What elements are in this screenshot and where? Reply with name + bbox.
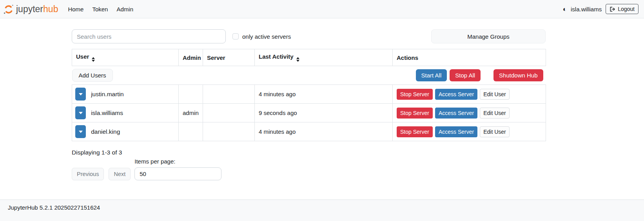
access-server-button[interactable]: Access Server: [435, 108, 477, 119]
last-activity-cell: 9 seconds ago: [255, 104, 393, 122]
jupyterhub-logo[interactable]: jupyterhub: [3, 4, 58, 14]
main-nav: Home Token Admin: [63, 4, 138, 15]
server-cell: [203, 85, 255, 104]
column-header-actions: Actions: [393, 49, 546, 66]
admin-cell: [179, 122, 203, 141]
brand-text: jupyterhub: [16, 4, 58, 14]
access-server-button[interactable]: Access Server: [435, 126, 477, 137]
server-cell: [203, 104, 255, 122]
column-header-admin: Admin: [179, 49, 203, 66]
next-page-button[interactable]: Next: [109, 168, 131, 180]
pagination-controls: Previous Next Items per page:: [72, 158, 546, 180]
column-header-last-activity: Last Activity: [255, 49, 393, 66]
stop-all-button[interactable]: Stop All: [450, 69, 481, 81]
user-dropdown-button[interactable]: [75, 125, 86, 138]
pagination-summary: Displaying 1-3 of 3: [72, 149, 546, 156]
user-dropdown-button[interactable]: [75, 106, 86, 119]
chevron-down-icon: [79, 112, 83, 114]
table-row: isla.williams admin 9 seconds ago Stop S…: [72, 104, 546, 122]
column-header-server: Server: [203, 49, 255, 66]
chevron-down-icon: [79, 93, 83, 95]
current-username: isla.williams: [571, 6, 602, 13]
top-navbar: jupyterhub Home Token Admin ◐ isla.willi…: [0, 0, 644, 18]
table-header-row: User Admin Server Last Activity Actions: [72, 49, 546, 66]
admin-cell: admin: [179, 104, 203, 122]
table-row: justin.martin 4 minutes ago Stop ServerA…: [72, 85, 546, 104]
jupyter-logo-icon: [3, 4, 14, 14]
edit-user-button[interactable]: Edit User: [480, 126, 510, 137]
items-per-page-input[interactable]: [134, 167, 221, 180]
logout-icon: [610, 6, 615, 12]
navbar-right: ◐ isla.williams Logout: [563, 4, 639, 14]
nav-item-admin[interactable]: Admin: [112, 4, 138, 15]
username-cell: isla.williams: [91, 110, 123, 116]
items-per-page-label: Items per page:: [134, 158, 221, 165]
stop-server-button[interactable]: Stop Server: [397, 108, 433, 119]
users-table: User Admin Server Last Activity Actions …: [72, 49, 546, 141]
add-users-button[interactable]: Add Users: [72, 69, 113, 82]
edit-user-button[interactable]: Edit User: [480, 89, 510, 100]
stop-server-button[interactable]: Stop Server: [397, 89, 433, 100]
page-footer: JupyterHub 5.2.1 20250227151624: [0, 199, 644, 221]
server-cell: [203, 122, 255, 141]
nav-item-token[interactable]: Token: [88, 4, 112, 15]
table-row: daniel.king 4 minutes ago Stop ServerAcc…: [72, 122, 546, 141]
admin-cell: [179, 85, 203, 104]
previous-page-button[interactable]: Previous: [72, 168, 104, 180]
last-activity-cell: 4 minutes ago: [255, 122, 393, 141]
admin-page: only active servers Manage Groups User A…: [0, 18, 644, 199]
chevron-down-icon: [79, 131, 83, 133]
sort-user-icon[interactable]: [92, 57, 95, 62]
stop-server-button[interactable]: Stop Server: [397, 126, 433, 137]
table-controls-row: Add Users Start All Stop All Shutdown Hu…: [72, 66, 546, 85]
edit-user-button[interactable]: Edit User: [480, 108, 510, 119]
username-cell: daniel.king: [91, 128, 120, 135]
only-active-servers-label[interactable]: only active servers: [242, 33, 291, 40]
search-input[interactable]: [72, 29, 226, 43]
column-header-user: User: [72, 49, 179, 66]
version-text: JupyterHub 5.2.1 20250227151624: [8, 204, 100, 211]
last-activity-cell: 4 minutes ago: [255, 85, 393, 104]
nav-item-home[interactable]: Home: [63, 4, 88, 15]
logout-label: Logout: [618, 6, 635, 12]
start-all-button[interactable]: Start All: [416, 69, 447, 81]
shutdown-hub-button[interactable]: Shutdown Hub: [493, 69, 543, 81]
manage-groups-button[interactable]: Manage Groups: [431, 29, 546, 43]
user-dropdown-button[interactable]: [75, 88, 86, 101]
only-active-servers-checkbox[interactable]: [232, 33, 239, 40]
logout-button[interactable]: Logout: [606, 4, 639, 14]
bulk-actions: Start All Stop All Shutdown Hub: [416, 69, 546, 81]
access-server-button[interactable]: Access Server: [435, 89, 477, 100]
username-cell: justin.martin: [91, 91, 124, 97]
theme-toggle-icon[interactable]: ◐: [563, 6, 567, 13]
sort-last-activity-icon[interactable]: [296, 57, 299, 62]
users-toolbar: only active servers Manage Groups: [72, 29, 546, 43]
